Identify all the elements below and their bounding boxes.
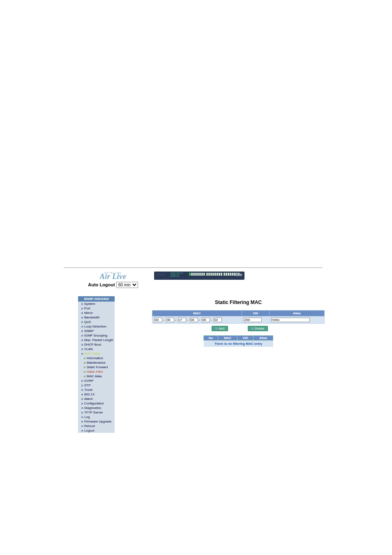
nav-trunk[interactable]: Trunk	[78, 388, 115, 392]
mac-octet-6[interactable]	[214, 318, 222, 322]
nav-loop-detection[interactable]: Loop Detection	[78, 324, 115, 329]
nav-gvrp[interactable]: GVRP	[78, 379, 115, 383]
list-col-no: No	[204, 336, 218, 341]
device-panel-image: AirLive SNMP-GSH2402000000 000000000 000	[154, 272, 244, 280]
nav-stp[interactable]: STP	[78, 383, 115, 388]
nav-vlan[interactable]: VLAN	[78, 347, 115, 351]
alias-input[interactable]	[271, 318, 310, 322]
mac-octet-1[interactable]	[154, 318, 162, 322]
list-col-vid: VID	[237, 336, 253, 341]
nav-log[interactable]: Log	[78, 415, 115, 419]
filter-form-table: MAC VID Alias - - - - -	[152, 310, 325, 324]
nav-port[interactable]: Port	[78, 306, 115, 311]
nav-qos[interactable]: QoS	[78, 320, 115, 324]
mac-octet-2[interactable]	[166, 318, 174, 322]
nav-configuration[interactable]: Configuration	[78, 401, 115, 406]
nav-igmp-snooping[interactable]: IGMP Snooping	[78, 333, 115, 338]
nav-maintenance[interactable]: Maintenance	[78, 360, 115, 365]
main-content: Static Filtering MAC MAC VID Alias - - -…	[152, 296, 325, 347]
page-title: Static Filtering MAC	[152, 300, 325, 305]
col-mac: MAC	[152, 311, 242, 316]
nav-reboot[interactable]: Reboot	[78, 424, 115, 428]
vid-input[interactable]	[244, 318, 262, 322]
mac-octet-3[interactable]	[178, 318, 186, 322]
nav-logout[interactable]: Logout	[78, 428, 115, 433]
nav-static-forward[interactable]: Static Forward	[78, 365, 115, 369]
nav-max-packet-length[interactable]: Max. Packet Length	[78, 338, 115, 342]
nav-mirror[interactable]: Mirror	[78, 311, 115, 315]
nav-8021x[interactable]: 802.1X	[78, 392, 115, 397]
nav-snmp[interactable]: SNMP	[78, 329, 115, 333]
delete-button[interactable]: Delete	[248, 326, 268, 331]
sidebar: SNMP-GSH2402 System Port Mirror Bandwidt…	[78, 296, 115, 433]
add-button[interactable]: Add	[212, 326, 228, 331]
list-col-mac: MAC	[218, 336, 238, 341]
nav-diagnostics[interactable]: Diagnostics	[78, 406, 115, 410]
brand-logo: Air Live	[100, 272, 127, 281]
list-col-alias: Alias	[254, 336, 273, 341]
mac-octet-4[interactable]	[190, 318, 198, 322]
col-vid: VID	[242, 311, 269, 316]
auto-logout-label: Auto Logout	[88, 282, 115, 287]
nav-information[interactable]: Information	[78, 356, 115, 360]
nav-dhcp-boot[interactable]: DHCP Boot	[78, 342, 115, 347]
mac-octet-5[interactable]	[202, 318, 210, 322]
nav-system[interactable]: System	[78, 302, 115, 306]
nav-mac-table[interactable]: MAC Table	[78, 351, 115, 356]
nav-mac-alias[interactable]: MAC Alias	[78, 374, 115, 379]
nav-firmware-upgrade[interactable]: Firmware Upgrade	[78, 419, 115, 424]
filter-entries-table: No MAC VID Alias There is no filtering M…	[203, 335, 273, 347]
nav-bandwidth[interactable]: Bandwidth	[78, 315, 115, 320]
empty-message: There is no filtering MAC entry	[204, 341, 273, 347]
sidebar-header: SNMP-GSH2402	[78, 296, 115, 302]
nav-tftp-server[interactable]: TFTP Server	[78, 410, 115, 415]
col-alias: Alias	[269, 311, 324, 316]
nav-alarm[interactable]: Alarm	[78, 397, 115, 401]
auto-logout-select[interactable]: 60 min	[116, 282, 138, 288]
nav-static-filter[interactable]: Static Filter	[78, 369, 115, 374]
